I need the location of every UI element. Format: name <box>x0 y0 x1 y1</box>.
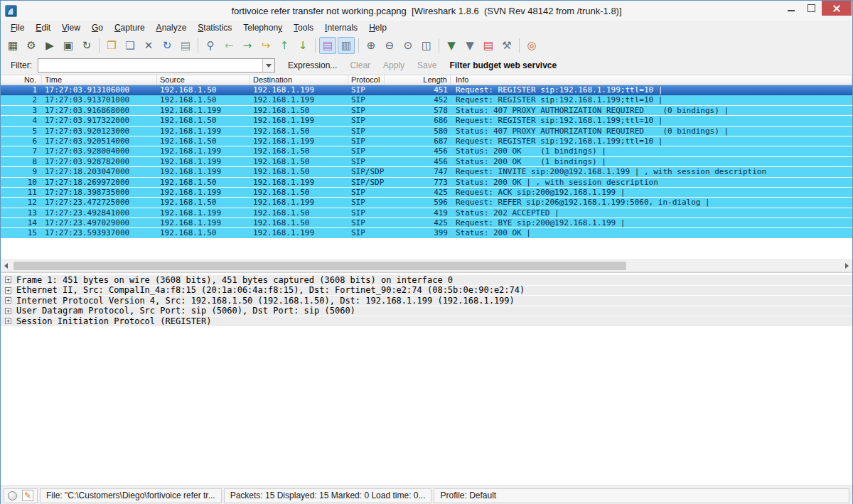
capture-start-button[interactable]: ▶ <box>41 37 58 54</box>
scroll-left-icon[interactable] <box>1 260 11 272</box>
expression-button[interactable]: Expression... <box>288 60 337 70</box>
expert-info-icon[interactable] <box>8 491 17 500</box>
coloring-rules-button[interactable]: ▤ <box>480 37 497 54</box>
scroll-right-icon[interactable] <box>842 260 852 272</box>
packet-row[interactable]: 1417:27:23.497029000192.168.1.199192.168… <box>1 218 852 228</box>
open-file-button[interactable]: ❐ <box>103 37 120 54</box>
packet-cell-source: 192.168.1.199 <box>157 218 250 227</box>
packet-row[interactable]: 1217:27:23.472725000192.168.1.50192.168.… <box>1 198 852 208</box>
resize-columns-button[interactable]: ◫ <box>418 37 435 54</box>
packet-row[interactable]: 217:27:03.913701000192.168.1.50192.168.1… <box>1 95 852 105</box>
column-header-info[interactable]: Info <box>451 75 852 85</box>
maximize-icon[interactable] <box>801 1 822 16</box>
menu-item-help[interactable]: Help <box>363 21 392 34</box>
packet-row[interactable]: 317:27:03.916868000192.168.1.199192.168.… <box>1 106 852 116</box>
packet-row[interactable]: 817:27:03.928782000192.168.1.199192.168.… <box>1 157 852 167</box>
filter-combobox[interactable] <box>38 58 275 73</box>
column-header-length[interactable]: Length <box>385 75 451 85</box>
go-to-bottom-button[interactable]: ↓ <box>294 37 311 54</box>
packet-cell-source: 192.168.1.199 <box>157 127 250 136</box>
expand-icon[interactable]: + <box>5 277 11 283</box>
column-header-no[interactable]: No. <box>1 75 42 85</box>
expand-icon[interactable]: + <box>5 308 11 314</box>
help-button[interactable]: ◎ <box>523 37 540 54</box>
close-icon[interactable] <box>822 1 852 16</box>
packet-row[interactable]: 617:27:03.920514000192.168.1.50192.168.1… <box>1 136 852 146</box>
list-interfaces-button[interactable]: ▦ <box>4 37 21 54</box>
clear-button[interactable]: Clear <box>350 60 370 70</box>
custom-filter-button[interactable]: Filter budget web servivce <box>449 60 557 70</box>
print-button[interactable]: ▤ <box>177 37 194 54</box>
zoom-normal-button[interactable]: ⊙ <box>399 37 417 54</box>
coloring-rules-icon: ▤ <box>483 41 493 51</box>
menu-item-analyze[interactable]: Analyze <box>151 21 193 34</box>
column-header-time[interactable]: Time <box>42 75 157 85</box>
detail-row[interactable]: +Ethernet II, Src: CompalIn_4a:f8:15 (20… <box>1 286 852 296</box>
capture-comment-icon[interactable]: ✎ <box>22 490 33 501</box>
packet-row[interactable]: 1117:27:18.398735000192.168.1.199192.168… <box>1 188 852 198</box>
packet-cell-info: Status: 407 PROXY AUTHORIZATION REQUIRED… <box>451 106 852 115</box>
packet-row[interactable]: 1017:27:18.269972000192.168.1.50192.168.… <box>1 178 852 188</box>
capture-filters-button[interactable]: ▼ <box>443 37 460 54</box>
menu-item-telephony[interactable]: Telephony <box>237 21 288 34</box>
go-forward-button[interactable]: → <box>239 37 256 54</box>
detail-row[interactable]: +Internet Protocol Version 4, Src: 192.1… <box>1 296 852 306</box>
display-filters-button[interactable]: ▼ <box>461 37 478 54</box>
wireshark-window: fortivoice refer transfer not working.pc… <box>0 0 853 504</box>
horizontal-scrollbar[interactable] <box>1 259 852 271</box>
list-interfaces-icon: ▦ <box>8 41 18 51</box>
packet-cell-length: 399 <box>385 228 451 237</box>
menu-item-view[interactable]: View <box>56 21 86 34</box>
filter-dropdown-arrow-icon[interactable] <box>262 59 274 72</box>
capture-restart-button[interactable]: ↻ <box>78 37 95 54</box>
column-header-source[interactable]: Source <box>157 75 250 85</box>
packet-row[interactable]: 417:27:03.917322000192.168.1.50192.168.1… <box>1 116 852 126</box>
packet-row[interactable]: 917:27:18.203047000192.168.1.199192.168.… <box>1 167 852 177</box>
packet-row[interactable]: 717:27:03.928004000192.168.1.199192.168.… <box>1 146 852 156</box>
packet-row[interactable]: 117:27:03.913106000192.168.1.50192.168.1… <box>1 85 852 95</box>
capture-stop-button[interactable]: ▣ <box>60 37 77 54</box>
minimize-icon[interactable] <box>780 1 801 16</box>
preferences-button[interactable]: ⚒ <box>498 37 515 54</box>
find-packet-button[interactable]: ⚲ <box>202 37 219 54</box>
window-title: fortivoice refer transfer not working.pc… <box>1 6 852 16</box>
go-to-packet-button[interactable]: ↪ <box>257 37 274 54</box>
detail-row[interactable]: +User Datagram Protocol, Src Port: sip (… <box>1 306 852 317</box>
apply-button[interactable]: Apply <box>383 60 404 70</box>
zoom-in-button[interactable]: ⊕ <box>363 37 380 54</box>
menu-item-internals[interactable]: Internals <box>319 21 363 34</box>
save-button[interactable]: Save <box>417 60 436 70</box>
detail-row[interactable]: +Session Initiation Protocol (REGISTER) <box>1 316 852 327</box>
statusbar-profile[interactable]: Profile: Default <box>434 488 849 503</box>
menu-item-statistics[interactable]: Statistics <box>192 21 237 34</box>
packet-cell-protocol: SIP <box>348 136 385 146</box>
save-file-button[interactable]: ❏ <box>122 37 139 54</box>
expand-icon[interactable]: + <box>5 318 11 324</box>
menu-item-capture[interactable]: Capture <box>109 21 151 34</box>
menu-item-edit[interactable]: Edit <box>30 21 56 34</box>
packet-cell-protocol: SIP <box>348 106 385 115</box>
reload-file-button[interactable]: ↻ <box>159 37 176 54</box>
filter-input[interactable] <box>38 59 262 72</box>
colorize-packets-button[interactable]: ▤ <box>319 37 336 54</box>
packet-row[interactable]: 1317:27:23.492841000192.168.1.199192.168… <box>1 208 852 218</box>
column-header-destination[interactable]: Destination <box>250 75 348 85</box>
zoom-out-button[interactable]: ⊖ <box>381 37 398 54</box>
expand-icon[interactable]: + <box>5 297 11 304</box>
column-header-protocol[interactable]: Protocol <box>348 75 385 85</box>
scrollbar-thumb[interactable] <box>14 262 626 270</box>
auto-scroll-button[interactable]: ▥ <box>338 37 355 54</box>
expand-icon[interactable]: + <box>5 287 11 294</box>
wireshark-app-icon[interactable] <box>5 5 17 17</box>
go-back-button[interactable]: ← <box>220 37 237 54</box>
detail-row[interactable]: +Frame 1: 451 bytes on wire (3608 bits),… <box>1 275 852 286</box>
packet-row[interactable]: 1517:27:23.593937000192.168.1.50192.168.… <box>1 228 852 238</box>
go-to-top-button[interactable]: ↑ <box>276 37 293 54</box>
capture-options-button[interactable]: ⚙ <box>23 37 40 54</box>
menu-item-file[interactable]: File <box>5 21 30 34</box>
menu-item-tools[interactable]: Tools <box>288 21 319 34</box>
zoom-normal-icon: ⊙ <box>404 41 413 51</box>
close-file-button[interactable]: ✕ <box>140 37 157 54</box>
packet-row[interactable]: 517:27:03.920123000192.168.1.199192.168.… <box>1 127 852 136</box>
menu-item-go[interactable]: Go <box>86 21 109 34</box>
